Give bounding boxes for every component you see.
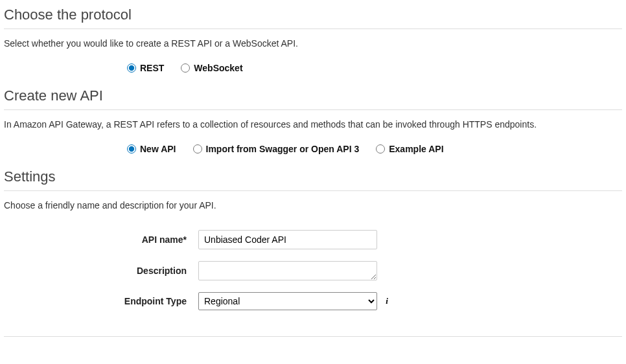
protocol-radio-rest[interactable] [127, 63, 136, 73]
description-row: Description [4, 261, 622, 280]
protocol-rule [4, 28, 622, 29]
protocol-radio-group: REST WebSocket [127, 63, 622, 73]
create-api-label-import: Import from Swagger or Open API 3 [206, 144, 360, 154]
create-api-radio-new[interactable] [127, 144, 136, 154]
create-api-option-new[interactable]: New API [127, 144, 176, 154]
api-name-row: API name* [4, 230, 622, 249]
protocol-option-rest[interactable]: REST [127, 63, 164, 73]
create-api-option-import[interactable]: Import from Swagger or Open API 3 [193, 144, 360, 154]
protocol-label-websocket: WebSocket [194, 63, 242, 73]
info-icon[interactable]: i [382, 297, 391, 306]
endpoint-type-row: Endpoint Type Regional i [4, 292, 622, 310]
create-api-rule [4, 109, 622, 110]
settings-heading: Settings [4, 168, 622, 185]
create-api-radio-import[interactable] [193, 144, 202, 154]
settings-form: API name* Description Endpoint Type Regi… [4, 230, 622, 310]
protocol-heading: Choose the protocol [4, 6, 622, 23]
create-api-option-example[interactable]: Example API [376, 144, 443, 154]
api-name-label: API name* [4, 234, 198, 245]
settings-description: Choose a friendly name and description f… [4, 200, 622, 210]
create-api-label-new: New API [140, 144, 176, 154]
create-api-radio-group: New API Import from Swagger or Open API … [127, 144, 622, 154]
protocol-radio-websocket[interactable] [181, 63, 190, 73]
create-api-radio-example[interactable] [376, 144, 385, 154]
api-name-input[interactable] [198, 230, 377, 249]
description-input[interactable] [198, 261, 377, 280]
create-api-heading: Create new API [4, 87, 622, 104]
create-api-description: In Amazon API Gateway, a REST API refers… [4, 119, 622, 130]
bottom-rule [4, 336, 622, 337]
protocol-label-rest: REST [140, 63, 164, 73]
description-label: Description [4, 266, 198, 276]
protocol-description: Select whether you would like to create … [4, 38, 622, 49]
protocol-option-websocket[interactable]: WebSocket [181, 63, 242, 73]
endpoint-type-select[interactable]: Regional [198, 292, 377, 310]
endpoint-type-label: Endpoint Type [4, 296, 198, 306]
settings-rule [4, 190, 622, 191]
create-api-label-example: Example API [389, 144, 443, 154]
